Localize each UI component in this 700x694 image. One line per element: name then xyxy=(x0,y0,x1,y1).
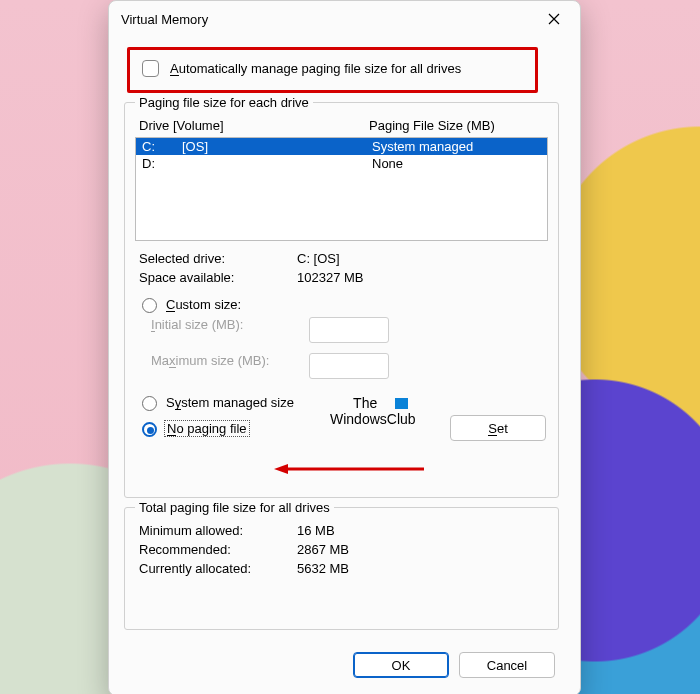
initial-size-input xyxy=(309,317,389,343)
cur-row: Currently allocated:5632 MB xyxy=(135,559,548,578)
ok-button[interactable]: OK xyxy=(353,652,449,678)
window-title: Virtual Memory xyxy=(121,12,208,27)
desktop-wallpaper: Virtual Memory Automatically manage pagi… xyxy=(0,0,700,694)
no-paging-file-radio[interactable] xyxy=(142,422,157,437)
list-item[interactable]: C: [OS] System managed xyxy=(136,138,547,155)
min-row: Minimum allowed:16 MB xyxy=(135,521,548,540)
set-button[interactable]: Set xyxy=(450,415,546,441)
close-button[interactable] xyxy=(540,5,568,33)
dialog-footer: OK Cancel xyxy=(124,652,555,678)
totals-group: Total paging file size for all drives Mi… xyxy=(124,500,559,630)
auto-manage-row[interactable]: Automatically manage paging file size fo… xyxy=(138,57,461,80)
custom-size-label: Custom size: xyxy=(166,297,241,312)
drive-list-header: Drive [Volume] Paging File Size (MB) xyxy=(135,116,548,135)
custom-size-row[interactable]: Custom size: xyxy=(135,293,548,315)
no-paging-file-label: No paging file xyxy=(164,420,250,437)
system-managed-radio[interactable] xyxy=(142,396,157,411)
col-pfs: Paging File Size (MB) xyxy=(369,118,495,133)
col-drive: Drive [Volume] xyxy=(139,118,369,133)
cancel-button[interactable]: Cancel xyxy=(459,652,555,678)
rec-row: Recommended:2867 MB xyxy=(135,540,548,559)
paging-per-drive-group: Paging file size for each drive Drive [V… xyxy=(124,95,559,498)
totals-legend: Total paging file size for all drives xyxy=(135,500,334,515)
auto-manage-label: Automatically manage paging file size fo… xyxy=(170,61,461,76)
space-available-value: 102327 MB xyxy=(297,270,364,285)
drive-listbox[interactable]: C: [OS] System managed D: None xyxy=(135,137,548,241)
system-managed-label: System managed size xyxy=(166,395,294,410)
initial-size-row: Initial size (MB): xyxy=(135,315,548,345)
auto-manage-checkbox[interactable] xyxy=(142,60,159,77)
close-icon xyxy=(548,13,560,25)
max-size-row: Maximum size (MB): xyxy=(135,351,548,381)
space-available-row: Space available: 102327 MB xyxy=(135,268,548,287)
max-size-input xyxy=(309,353,389,379)
titlebar: Virtual Memory xyxy=(109,1,580,37)
no-paging-file-row[interactable]: No paging file Set xyxy=(135,413,548,443)
selected-drive-row: Selected drive: C: [OS] xyxy=(135,249,548,268)
selected-drive-value: C: [OS] xyxy=(297,251,340,266)
system-managed-row[interactable]: System managed size xyxy=(135,391,548,413)
custom-size-radio[interactable] xyxy=(142,298,157,313)
list-item[interactable]: D: None xyxy=(136,155,547,172)
paging-per-drive-legend: Paging file size for each drive xyxy=(135,95,313,110)
